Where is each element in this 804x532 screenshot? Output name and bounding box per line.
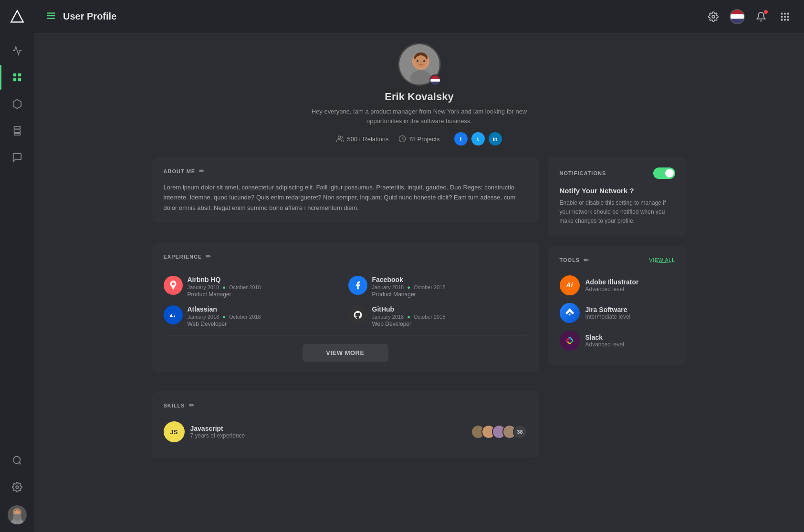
- sidebar-item-dashboard[interactable]: [0, 65, 34, 90]
- svg-rect-22: [784, 12, 786, 14]
- bell-icon[interactable]: [753, 9, 769, 24]
- page-title: User Profile: [63, 11, 706, 22]
- notifications-card: NOTIFICATIONS Notify Your Network ? Enab…: [548, 157, 687, 237]
- menu-icon[interactable]: [46, 10, 56, 23]
- github-company: GitHub: [372, 305, 446, 313]
- svg-rect-6: [14, 130, 21, 133]
- about-me-card: ABOUT ME ✏ Lorem ipsum dolor sit amet, c…: [152, 157, 539, 223]
- svg-rect-3: [13, 78, 16, 81]
- facebook-info: Facebook January 2018 ● October 2018 Pro…: [372, 276, 446, 298]
- sidebar-item-3d[interactable]: [0, 92, 34, 116]
- experience-title: EXPERIENCE ✏: [164, 253, 527, 260]
- jira-logo: [560, 303, 580, 323]
- settings-icon[interactable]: [706, 9, 721, 24]
- about-me-title: ABOUT ME ✏: [164, 167, 527, 175]
- skills-card: SKILLS ✏ JS Javascript 7 years of experi…: [152, 391, 539, 458]
- facebook-dates: January 2018 ● October 2018: [372, 284, 446, 290]
- profile-hero: Erik Kovalsky Hey everyone, Iam a produc…: [310, 43, 529, 146]
- facebook-icon[interactable]: f: [454, 132, 468, 146]
- svg-point-43: [567, 338, 569, 340]
- svg-point-46: [567, 341, 569, 343]
- facebook-role: Product Manager: [372, 291, 446, 298]
- svg-rect-5: [14, 126, 21, 129]
- notifications-title: NOTIFICATIONS: [560, 170, 606, 176]
- js-badge: JS: [164, 421, 185, 442]
- airbnb-info: Airbnb HQ January 2018 ● October 2018 Pr…: [188, 276, 261, 298]
- tool-level-jira: Intermediate level: [585, 313, 631, 320]
- svg-rect-23: [787, 12, 789, 14]
- grid-icon[interactable]: [777, 9, 793, 24]
- svg-point-45: [570, 341, 572, 343]
- skill-name: Javascript: [190, 425, 465, 432]
- linkedin-icon[interactable]: in: [489, 132, 502, 146]
- sidebar-item-messages[interactable]: [0, 145, 34, 170]
- view-all-link[interactable]: VIEW ALL: [649, 257, 675, 263]
- svg-point-35: [417, 60, 418, 62]
- experience-edit-icon[interactable]: ✏: [206, 253, 211, 260]
- exp-item-airbnb: Airbnb HQ January 2018 ● October 2018 Pr…: [164, 276, 343, 298]
- social-icons: f t in: [454, 132, 502, 146]
- profile-bio: Hey everyone, Iam a product manager from…: [310, 107, 529, 125]
- jira-info: Jira Software Intermediate level: [585, 306, 631, 320]
- sidebar-bottom: [8, 448, 27, 532]
- profile-country-flag: [429, 74, 441, 86]
- flag-icon[interactable]: [730, 9, 745, 24]
- sidebar-item-components[interactable]: [0, 118, 34, 143]
- exp-item-facebook: Facebook January 2018 ● October 2018 Pro…: [348, 276, 527, 298]
- right-column: NOTIFICATIONS Notify Your Network ? Enab…: [548, 157, 687, 365]
- tool-slack: Slack Advanced level: [560, 327, 675, 355]
- profile-name: Erik Kovalsky: [385, 91, 453, 103]
- adobe-illustrator-info: Adobe Illustrator Advanced level: [585, 278, 639, 292]
- about-edit-icon[interactable]: ✏: [199, 167, 205, 175]
- svg-rect-25: [784, 16, 786, 18]
- svg-rect-41: [572, 339, 573, 342]
- svg-rect-26: [787, 16, 789, 18]
- airbnb-dates: January 2018 ● October 2018: [188, 284, 261, 290]
- view-more-button[interactable]: VIEW MORE: [303, 344, 388, 362]
- header: User Profile: [34, 0, 804, 33]
- divider2: [164, 335, 527, 335]
- svg-point-36: [423, 60, 425, 62]
- svg-rect-2: [18, 73, 21, 76]
- skills-edit-icon[interactable]: ✏: [189, 402, 195, 409]
- twitter-icon[interactable]: t: [471, 132, 485, 146]
- tool-name-jira: Jira Software: [585, 306, 631, 313]
- tool-jira: Jira Software Intermediate level: [560, 299, 675, 327]
- divider: [164, 268, 527, 268]
- airbnb-logo: [164, 276, 183, 295]
- slack-info: Slack Advanced level: [585, 334, 624, 348]
- logo[interactable]: [0, 0, 34, 33]
- sidebar-item-activity[interactable]: [0, 38, 34, 63]
- skill-avatars: 38: [471, 425, 527, 439]
- toggle-knob: [665, 169, 674, 177]
- exp-item-atlassian: Atlassian January 2018 ● October 2018 We…: [164, 305, 343, 327]
- svg-point-10: [16, 486, 19, 489]
- user-avatar-sidebar[interactable]: [8, 505, 27, 524]
- profile-relations: 500+ Relations: [336, 135, 388, 143]
- tool-level-slack: Advanced level: [585, 341, 624, 348]
- experience-card: EXPERIENCE ✏ Airbnb HQ January 2018: [152, 242, 539, 372]
- github-dates: January 2018 ● October 2018: [372, 314, 446, 320]
- skill-info: Javascript 7 years of experience: [190, 425, 465, 439]
- sidebar-item-search[interactable]: [8, 448, 27, 473]
- profile-projects: 78 Projects: [398, 135, 440, 143]
- atlassian-dates: January 2018 ● October 2018: [188, 314, 261, 320]
- sidebar-item-settings[interactable]: [8, 475, 27, 500]
- avatar-wrapper: [398, 43, 441, 86]
- notifications-toggle[interactable]: [653, 167, 675, 179]
- svg-rect-39: [566, 339, 567, 342]
- atlassian-company: Atlassian: [188, 305, 261, 313]
- svg-rect-29: [787, 19, 789, 21]
- svg-line-9: [19, 462, 21, 464]
- svg-rect-21: [781, 12, 783, 14]
- skill-experience: 7 years of experience: [190, 432, 465, 439]
- svg-marker-0: [11, 10, 23, 22]
- tool-adobe-illustrator: Ai Adobe Illustrator Advanced level: [560, 271, 675, 299]
- github-logo: [348, 305, 367, 324]
- cards-row: ABOUT ME ✏ Lorem ipsum dolor sit amet, c…: [152, 157, 687, 458]
- svg-rect-24: [781, 16, 783, 18]
- atlassian-role: Web Developer: [188, 321, 261, 327]
- atlassian-logo: [164, 305, 183, 324]
- github-role: Web Developer: [372, 321, 446, 327]
- tools-edit-icon[interactable]: ✏: [584, 257, 589, 264]
